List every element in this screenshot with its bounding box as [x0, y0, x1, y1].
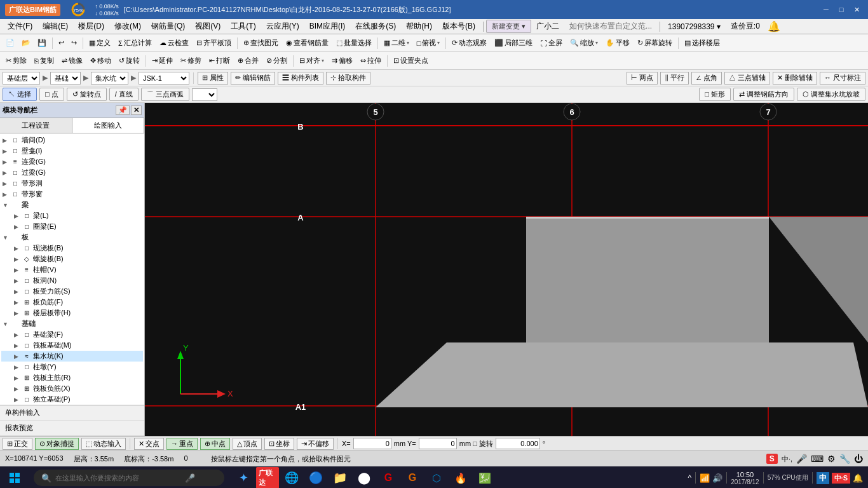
menu-quick-layout[interactable]: 如何快速布置自定义范...	[564, 20, 657, 33]
coord-x-input[interactable]	[353, 438, 391, 449]
taskbar-app-yjbm[interactable]: ✦	[232, 466, 255, 488]
single-element-button[interactable]: 单构件输入	[0, 405, 144, 421]
tree-item-spiral-slab[interactable]: ▶ ◇ 螺旋板(B)	[1, 254, 143, 264]
ime-indicator[interactable]: 中·S	[832, 473, 850, 484]
menu-modify[interactable]: 修改(M)	[109, 20, 146, 33]
undo-button[interactable]: ↩	[55, 37, 67, 49]
adjust-slope-button[interactable]: ⬡ 调整集水坑放坡	[797, 88, 865, 101]
main-canvas[interactable]	[145, 103, 868, 436]
copy-button[interactable]: ⎘复制	[31, 54, 57, 67]
pick-element-button[interactable]: ⊹ 拾取构件	[326, 72, 370, 85]
taskbar-up-arrow[interactable]: ^	[688, 473, 692, 482]
menu-coins[interactable]: 造价豆:0	[726, 20, 765, 33]
stretch-button[interactable]: ⇔拉伸	[357, 54, 384, 67]
define-button[interactable]: ▦定义	[86, 36, 114, 50]
view-rebar-button[interactable]: ◉查看钢筋量	[283, 36, 332, 50]
taskbar-app-app5[interactable]: 💹	[473, 466, 496, 488]
menu-cloud-app[interactable]: 云应用(Y)	[261, 20, 304, 33]
taskbar-search-area[interactable]: 🔍 🎤	[34, 470, 224, 486]
tree-item-slab-rebar[interactable]: ▶ □ 板受力筋(S)	[1, 286, 143, 297]
close-button[interactable]: ✕	[850, 4, 863, 15]
menu-tools[interactable]: 工具(T)	[226, 20, 261, 33]
set-grip-button[interactable]: ⊡设置夹点	[390, 54, 431, 67]
sidebar-pin-button[interactable]: 📌	[116, 105, 130, 115]
snap-ortho-button[interactable]: ⊞ 正交	[3, 438, 32, 450]
tree-item-col-cap[interactable]: ▶ ≡ 柱帽(V)	[1, 264, 143, 275]
trim-button[interactable]: ✂剪除	[3, 54, 30, 67]
align-button[interactable]: ⊟对齐▾	[296, 54, 327, 67]
tree-item-neg-rebar[interactable]: ▶ ⊞ 板负筋(F)	[1, 297, 143, 308]
menu-online[interactable]: 在线服务(S)	[350, 20, 401, 33]
notification-icon[interactable]: 🔔	[765, 20, 783, 32]
dynamic-view-button[interactable]: ⟳动态观察	[449, 36, 490, 50]
report-preview-button[interactable]: 报表预览	[0, 421, 144, 436]
point-tool-button[interactable]: □ 点	[39, 88, 64, 101]
taskbar-search-input[interactable]	[55, 474, 182, 482]
redo-button[interactable]: ↪	[68, 37, 80, 49]
tree-item-cast-slab[interactable]: ▶ □ 现浇板(B)	[1, 243, 143, 254]
taskbar-app-app3[interactable]: ⬡	[425, 466, 448, 488]
rectangle-button[interactable]: □ 矩形	[699, 88, 731, 101]
delete-axis-button[interactable]: ✕ 删除辅轴	[773, 72, 817, 85]
rotate-screen-button[interactable]: ↻屏幕旋转	[634, 36, 675, 50]
open-button[interactable]: 📂	[18, 37, 34, 49]
mirror-button[interactable]: ⇌镜像	[58, 54, 86, 67]
tree-item-ring-beam[interactable]: ▶ □ 圈梁(E)	[1, 221, 143, 232]
menu-floor[interactable]: 楼层(D)	[73, 20, 109, 33]
menu-version[interactable]: 版本号(B)	[437, 20, 480, 33]
tree-category-beam[interactable]: ▼ 梁	[1, 200, 143, 210]
sidebar-close-button[interactable]: ✕	[131, 105, 142, 115]
snap-midpoint-button[interactable]: → 重点	[166, 438, 198, 450]
fullscreen-button[interactable]: ⛶全屏	[537, 36, 566, 50]
tree-item-isolated-found[interactable]: ▶ □ 独立基础(P)	[1, 394, 143, 405]
lang-indicator[interactable]: 中	[817, 472, 829, 484]
tree-item-raft-found[interactable]: ▶ □ 筏板基础(M)	[1, 340, 143, 351]
edit-rebar-button[interactable]: ✏ 编辑钢筋	[231, 72, 275, 85]
menu-file[interactable]: 文件(F)	[3, 20, 37, 33]
offset-button[interactable]: ⇉偏移	[329, 54, 356, 67]
menu-new-change[interactable]: 新建变更 ▾	[486, 20, 531, 33]
minimize-button[interactable]: ─	[820, 4, 832, 15]
clip-button[interactable]: ✂修剪	[177, 54, 205, 67]
rotate-point-button[interactable]: ↺ 旋转点	[67, 88, 107, 101]
line-tool-button[interactable]: / 直线	[109, 88, 139, 101]
tree-item-floor-band[interactable]: ▶ ⊞ 楼层板带(H)	[1, 308, 143, 318]
pan-button[interactable]: ✋平移	[602, 36, 633, 50]
tree-item-col-pier[interactable]: ▶ □ 柱墩(Y)	[1, 362, 143, 372]
arc-tool-button[interactable]: ⌒ 三点画弧	[141, 88, 189, 101]
menu-view[interactable]: 视图(V)	[190, 20, 226, 33]
element-type-select[interactable]: 集水坑	[91, 72, 128, 85]
extend-button[interactable]: ⇥延伸	[149, 54, 176, 67]
select-tool-button[interactable]: ↖ 选择	[3, 88, 37, 101]
top-view-button[interactable]: □俯视▾	[414, 36, 444, 50]
tree-item-coupling-beam[interactable]: ▶ ≡ 连梁(G)	[1, 156, 143, 167]
tree-category-foundation[interactable]: ▼ 基础	[1, 318, 143, 329]
two-point-button[interactable]: ⊢ 两点	[627, 72, 658, 85]
snap-dynamic-button[interactable]: ⬚ 动态输入	[81, 438, 126, 450]
maximize-button[interactable]: □	[835, 4, 848, 15]
taskbar-app-app4[interactable]: 🔥	[449, 466, 472, 488]
move-button[interactable]: ✥移动	[87, 54, 114, 67]
tree-item-strip-window[interactable]: ▶ □ 带形窗	[1, 189, 143, 200]
tree-item-sump[interactable]: ▶ ≈ 集水坑(K)	[1, 351, 143, 362]
canvas-area[interactable]: 5 6 7 B A A1 Y	[145, 103, 868, 436]
tree-item-strip-hole[interactable]: ▶ □ 带形洞	[1, 178, 143, 189]
tab-drawing-input[interactable]: 绘图输入	[72, 118, 145, 133]
2d-button[interactable]: ▦二维▾	[381, 36, 412, 50]
menu-bim[interactable]: BIM应用(I)	[304, 20, 351, 33]
cloud-check-button[interactable]: ☁云检查	[156, 36, 192, 50]
local-3d-button[interactable]: ⬛局部三维	[491, 36, 536, 50]
taskbar-app-ie[interactable]: 🔵	[304, 466, 327, 488]
tab-project-settings[interactable]: 工程设置	[0, 118, 72, 133]
start-button[interactable]	[0, 466, 29, 488]
snap-intersect-button[interactable]: ✕ 交点	[134, 438, 164, 450]
find-element-button[interactable]: ⊕查找图元	[240, 36, 281, 50]
calc-button[interactable]: Σ汇总计算	[115, 36, 155, 50]
tree-item-wall-hole[interactable]: ▶ □ 墙间(D)	[1, 135, 143, 146]
taskbar-app-edge[interactable]: 🌐	[280, 466, 303, 488]
select-floor-button[interactable]: ▤选择楼层	[681, 36, 723, 50]
floor-type-select[interactable]: 基础	[50, 72, 81, 85]
menu-guang-xiao[interactable]: 广小二	[531, 20, 564, 33]
save-button[interactable]: 💾	[34, 37, 50, 49]
snap-center-button[interactable]: ⊕ 中点	[200, 438, 230, 450]
